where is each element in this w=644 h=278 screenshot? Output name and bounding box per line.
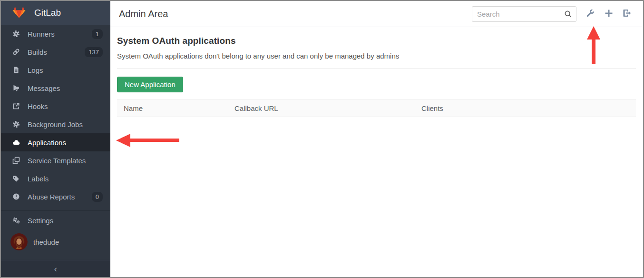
content-divider <box>117 68 636 69</box>
sidebar-divider <box>1 210 110 211</box>
abuse-reports-count-badge: 0 <box>92 192 103 202</box>
builds-count-badge: 137 <box>85 47 103 57</box>
sign-out-icon <box>622 8 632 20</box>
sidebar-item-label: Service Templates <box>28 157 86 165</box>
column-header-clients: Clients <box>415 104 636 112</box>
admin-wrench-button[interactable] <box>581 4 599 23</box>
svg-text:dude: dude <box>16 247 22 249</box>
sidebar-item-service-templates[interactable]: Service Templates <box>1 151 110 169</box>
username: thedude <box>33 238 59 246</box>
sidebar-item-hooks[interactable]: Hooks <box>1 97 110 115</box>
sidebar-item-logs[interactable]: Logs <box>1 61 110 79</box>
search-input[interactable] <box>472 6 576 22</box>
sidebar-item-user-profile[interactable]: dude thedude <box>1 229 110 254</box>
sign-out-button[interactable] <box>618 4 636 23</box>
gitlab-admin-screen: GitLab Runners 1 <box>0 0 644 278</box>
brand-link[interactable]: GitLab <box>1 1 110 25</box>
sidebar-item-label: Hooks <box>28 102 48 110</box>
tag-icon <box>12 175 20 182</box>
gitlab-logo-icon <box>12 5 26 20</box>
sidebar-item-label: Labels <box>28 175 49 183</box>
new-application-button[interactable]: New Application <box>117 77 183 92</box>
applications-table-header: Name Callback URL Clients <box>117 99 636 117</box>
column-header-callback-url: Callback URL <box>228 104 415 112</box>
header-controls <box>472 4 636 23</box>
sidebar-item-label: Logs <box>28 66 43 74</box>
cogs-icon <box>12 217 20 224</box>
cloud-icon <box>12 139 20 146</box>
bullhorn-icon <box>12 84 20 92</box>
external-link-icon <box>12 102 20 110</box>
section-heading: System OAuth applications <box>117 36 636 46</box>
sidebar-item-label: Builds <box>28 48 47 56</box>
sidebar-item-label: Runners <box>28 30 55 38</box>
sidebar-item-labels[interactable]: Labels <box>1 169 110 188</box>
chain-icon <box>12 48 20 56</box>
sidebar-item-label: Messages <box>28 84 60 92</box>
sidebar-item-abuse-reports[interactable]: Abuse Reports 0 <box>1 188 110 206</box>
sidebar-item-label: Applications <box>28 139 66 147</box>
user-avatar: dude <box>10 233 28 250</box>
brand-name: GitLab <box>34 8 61 18</box>
exclamation-circle-icon <box>12 193 20 200</box>
plus-icon <box>604 9 614 20</box>
new-admin-button[interactable] <box>599 4 618 23</box>
sidebar: GitLab Runners 1 <box>1 1 110 277</box>
sidebar-item-label: Settings <box>28 217 53 225</box>
file-text-icon <box>12 66 20 74</box>
sidebar-item-label: Background Jobs <box>28 120 83 129</box>
main-header: Admin Area <box>110 1 643 27</box>
main-area: Admin Area <box>110 1 643 277</box>
sidebar-item-background-jobs[interactable]: Background Jobs <box>1 115 110 133</box>
sidebar-item-builds[interactable]: Builds 137 <box>1 43 110 61</box>
column-header-name: Name <box>117 104 228 112</box>
section-description: System OAuth applications don't belong t… <box>117 52 636 60</box>
content: System OAuth applications System OAuth a… <box>110 27 643 117</box>
copy-icon <box>12 157 20 164</box>
sidebar-collapse-toggle[interactable]: ‹ <box>1 260 110 277</box>
sidebar-item-runners[interactable]: Runners 1 <box>1 25 110 43</box>
sidebar-item-label: Abuse Reports <box>28 193 75 201</box>
gear-icon <box>12 120 20 128</box>
search-box <box>472 6 576 22</box>
sidebar-item-settings[interactable]: Settings <box>1 211 110 229</box>
chevron-left-icon: ‹ <box>54 264 57 274</box>
gear-icon <box>12 30 20 38</box>
page-title: Admin Area <box>119 9 168 20</box>
sidebar-nav: Runners 1 Builds 137 <box>1 25 110 206</box>
wrench-icon <box>585 8 595 20</box>
sidebar-item-applications[interactable]: Applications <box>1 133 110 151</box>
sidebar-item-messages[interactable]: Messages <box>1 79 110 97</box>
runners-count-badge: 1 <box>92 29 103 39</box>
